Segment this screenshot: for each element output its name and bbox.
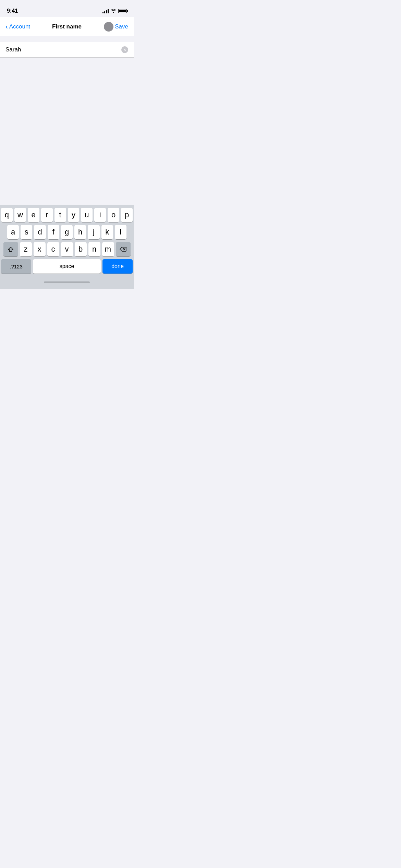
keyboard-row-3: z x c v b n m xyxy=(1,242,133,256)
key-s[interactable]: s xyxy=(21,225,32,239)
back-button[interactable]: ‹ Account xyxy=(5,23,33,31)
key-k[interactable]: k xyxy=(101,225,113,239)
keyboard-row-2: a s d f g h j k l xyxy=(1,225,133,239)
key-b[interactable]: b xyxy=(75,242,87,256)
key-h[interactable]: h xyxy=(74,225,86,239)
space-key[interactable]: space xyxy=(33,259,101,274)
key-q[interactable]: q xyxy=(1,208,13,222)
key-l[interactable]: l xyxy=(115,225,126,239)
keyboard-row-1: q w e r t y u i o p xyxy=(1,208,133,222)
key-r[interactable]: r xyxy=(41,208,53,222)
home-bar xyxy=(44,281,90,283)
chevron-left-icon: ‹ xyxy=(5,23,8,31)
key-e[interactable]: e xyxy=(28,208,39,222)
key-n[interactable]: n xyxy=(88,242,100,256)
status-bar: 9:41 xyxy=(0,0,134,17)
signal-icon xyxy=(102,9,109,13)
first-name-input[interactable] xyxy=(5,46,119,53)
key-j[interactable]: j xyxy=(88,225,99,239)
shift-key[interactable] xyxy=(3,242,18,256)
keyboard-bottom-row: .?123 space done xyxy=(1,259,133,274)
done-label: done xyxy=(111,263,124,269)
key-g[interactable]: g xyxy=(61,225,73,239)
save-button[interactable]: Save xyxy=(101,22,128,32)
shift-icon xyxy=(8,246,14,252)
numbers-key[interactable]: .?123 xyxy=(1,259,31,274)
key-m[interactable]: m xyxy=(102,242,114,256)
status-icons xyxy=(102,9,127,13)
keyboard: q w e r t y u i o p a s d f g h j k l z … xyxy=(0,205,134,289)
key-a[interactable]: a xyxy=(7,225,19,239)
save-label: Save xyxy=(115,23,128,30)
empty-content xyxy=(0,58,134,167)
numbers-label: .?123 xyxy=(10,264,23,269)
key-y[interactable]: y xyxy=(68,208,80,222)
key-u[interactable]: u xyxy=(81,208,93,222)
key-f[interactable]: f xyxy=(48,225,59,239)
space-label: space xyxy=(60,263,74,269)
navigation-bar: ‹ Account First name Save xyxy=(0,17,134,36)
key-z[interactable]: z xyxy=(20,242,32,256)
delete-icon xyxy=(120,246,126,252)
key-d[interactable]: d xyxy=(34,225,46,239)
key-p[interactable]: p xyxy=(121,208,133,222)
wifi-icon xyxy=(111,9,116,13)
home-indicator xyxy=(1,276,133,288)
battery-icon xyxy=(118,9,127,13)
back-label: Account xyxy=(9,23,30,30)
key-t[interactable]: t xyxy=(54,208,66,222)
page-title: First name xyxy=(52,23,82,30)
key-i[interactable]: i xyxy=(94,208,106,222)
avatar xyxy=(104,22,113,32)
delete-key[interactable] xyxy=(116,242,131,256)
status-time: 9:41 xyxy=(7,8,18,14)
done-key[interactable]: done xyxy=(102,259,133,274)
key-c[interactable]: c xyxy=(47,242,59,256)
input-section xyxy=(0,42,134,58)
content-area xyxy=(0,36,134,167)
key-v[interactable]: v xyxy=(61,242,73,256)
key-w[interactable]: w xyxy=(14,208,26,222)
clear-button[interactable] xyxy=(121,46,128,53)
key-o[interactable]: o xyxy=(108,208,119,222)
key-x[interactable]: x xyxy=(34,242,46,256)
